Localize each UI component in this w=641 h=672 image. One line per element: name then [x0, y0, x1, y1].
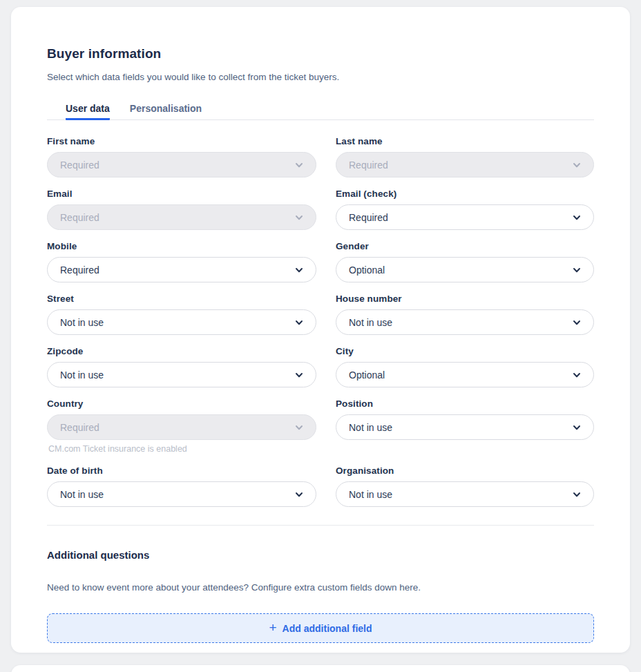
page-subtitle: Select which data fields you would like … [47, 71, 594, 84]
chevron-down-icon [572, 265, 582, 275]
chevron-down-icon [294, 370, 304, 380]
chevron-down-icon [572, 213, 582, 222]
field-select-dropdown: Required [336, 152, 594, 177]
field-select-dropdown: Required [47, 204, 316, 230]
add-additional-field-button[interactable]: + Add additional field [47, 613, 594, 643]
field: Date of birth Not in use [47, 465, 316, 507]
field: Position Not in use [336, 399, 594, 454]
select-value: Not in use [60, 369, 104, 381]
page-title: Buyer information [47, 46, 594, 61]
select-value: Required [349, 160, 388, 171]
field: Country Required CM.com Ticket insurance… [47, 399, 316, 454]
field-label: Mobile [47, 241, 316, 252]
select-value: Optional [349, 369, 385, 381]
field-label: Email [47, 189, 316, 200]
buyer-information-card: Buyer information Select which data fiel… [11, 7, 630, 653]
field: Email Required [47, 189, 316, 230]
field: First name Required [47, 136, 316, 177]
field-select-dropdown[interactable]: Not in use [336, 309, 594, 335]
field-helper-text: CM.com Ticket insurance is enabled [47, 444, 316, 454]
field-select-dropdown[interactable]: Not in use [336, 481, 594, 507]
field-label: Organisation [336, 465, 594, 477]
field: Gender Optional [336, 241, 594, 282]
field-select-dropdown[interactable]: Not in use [336, 414, 594, 440]
chevron-down-icon [572, 160, 582, 170]
field-label: Email (check) [336, 189, 594, 200]
field-select-dropdown: Required [47, 414, 316, 440]
add-button-label: Add additional field [283, 623, 372, 634]
field-label: House number [336, 294, 594, 305]
section-divider [47, 525, 594, 526]
tab-bar: User data Personalisation [47, 103, 594, 120]
chevron-down-icon [572, 318, 582, 327]
select-value: Required [60, 422, 99, 433]
tab-user-data[interactable]: User data [66, 103, 110, 120]
select-value: Not in use [349, 422, 392, 433]
field-select-dropdown[interactable]: Not in use [47, 362, 316, 387]
field: Organisation Not in use [336, 465, 594, 507]
chevron-down-icon [572, 370, 582, 380]
chevron-down-icon [294, 160, 304, 170]
select-value: Required [349, 212, 388, 223]
select-value: Required [60, 160, 99, 171]
select-value: Not in use [60, 489, 104, 500]
field-label: Zipcode [47, 346, 316, 357]
chevron-down-icon [572, 423, 582, 432]
field-label: Last name [336, 136, 594, 147]
field-label: Street [47, 294, 316, 305]
field-label: City [336, 346, 594, 357]
field: Street Not in use [47, 294, 316, 335]
next-card-partial [11, 665, 630, 672]
field: Last name Required [336, 136, 594, 177]
field-label: Country [47, 399, 316, 410]
field: City Optional [336, 346, 594, 387]
field: Email (check) Required [336, 189, 594, 230]
chevron-down-icon [572, 490, 582, 499]
field-select-dropdown[interactable]: Optional [336, 362, 594, 387]
plus-icon: + [269, 621, 277, 634]
fields-grid: First name Required Last name Required [47, 136, 594, 507]
field-select-dropdown[interactable]: Not in use [47, 309, 316, 335]
chevron-down-icon [294, 213, 304, 222]
select-value: Required [60, 212, 99, 223]
select-value: Not in use [349, 489, 392, 500]
chevron-down-icon [294, 318, 304, 327]
select-value: Required [60, 265, 99, 276]
field-select-dropdown[interactable]: Required [336, 204, 594, 230]
field-select-dropdown[interactable]: Optional [336, 257, 594, 282]
chevron-down-icon [294, 265, 304, 275]
field-select-dropdown[interactable]: Required [47, 257, 316, 282]
field-select-dropdown[interactable]: Not in use [47, 481, 316, 507]
field-label: Date of birth [47, 465, 316, 477]
additional-questions-description: Need to know event more about your atten… [47, 582, 594, 594]
field-select-dropdown: Required [47, 152, 316, 177]
chevron-down-icon [294, 423, 304, 432]
select-value: Not in use [349, 317, 392, 328]
field: House number Not in use [336, 294, 594, 335]
field: Zipcode Not in use [47, 346, 316, 387]
field: Mobile Required [47, 241, 316, 282]
select-value: Optional [349, 265, 385, 276]
field-label: Position [336, 399, 594, 410]
select-value: Not in use [60, 317, 104, 328]
tab-personalisation[interactable]: Personalisation [130, 103, 202, 120]
field-label: First name [47, 136, 316, 147]
field-label: Gender [336, 241, 594, 252]
chevron-down-icon [294, 490, 304, 499]
additional-questions-title: Additional questions [47, 549, 594, 561]
